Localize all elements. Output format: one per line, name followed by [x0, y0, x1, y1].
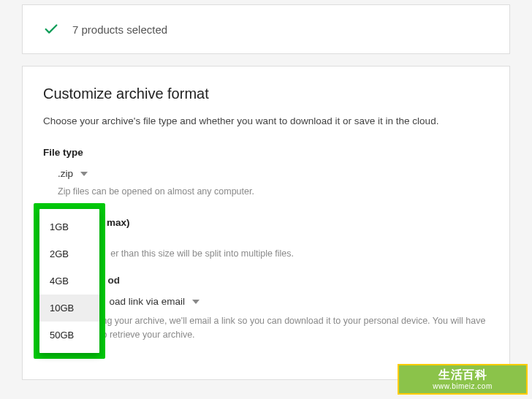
products-selected-text: 7 products selected: [72, 23, 167, 36]
archive-size-hint: Archives larger than this size will be s…: [43, 248, 489, 259]
watermark-url: www.bimeiz.com: [433, 382, 492, 390]
file-type-hint: Zip files can be opened on almost any co…: [43, 186, 489, 197]
watermark-title: 生活百科: [438, 369, 487, 381]
card-title: Customize archive format: [43, 86, 489, 102]
file-type-dropdown[interactable]: .zip: [43, 168, 489, 179]
archive-size-menu-highlight: 1GB2GB4GB10GB50GB: [34, 203, 105, 359]
file-type-value: .zip: [58, 168, 73, 179]
delivery-method-dropdown[interactable]: Send download link via email: [43, 296, 489, 307]
delivery-method-value: oad link via email: [110, 296, 186, 307]
archive-size-option[interactable]: 50GB: [39, 322, 99, 349]
check-icon: [43, 21, 59, 37]
archive-size-menu: 1GB2GB4GB10GB50GB: [39, 209, 99, 353]
archive-size-option[interactable]: 10GB: [39, 294, 99, 322]
delivery-method-label: Delivery method: [43, 275, 489, 286]
archive-size-option[interactable]: 2GB: [39, 240, 99, 267]
card-subtitle: Choose your archive's file type and whet…: [43, 115, 489, 126]
caret-down-icon: [80, 172, 88, 176]
delivery-method-hint: ...ich creating your archive, we'll emai…: [43, 314, 489, 342]
file-type-label: File type: [43, 147, 489, 158]
caret-down-icon: [192, 300, 200, 304]
watermark-logo: 生活百科 www.bimeiz.com: [398, 364, 528, 395]
archive-size-option[interactable]: 1GB: [39, 213, 99, 240]
archive-size-label: Archive size (max): [43, 217, 489, 228]
archive-size-option[interactable]: 4GB: [39, 267, 99, 294]
products-selected-card: 7 products selected: [22, 4, 510, 54]
